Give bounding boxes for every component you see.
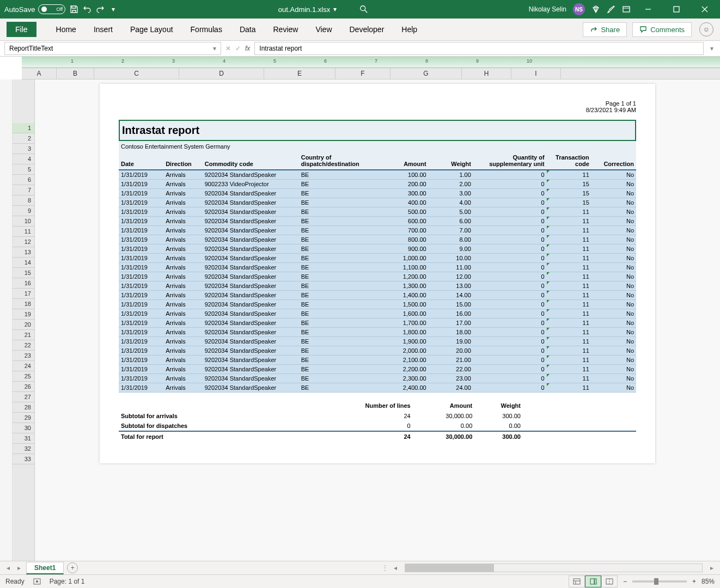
table-row[interactable]: 1/31/2019Arrivals9202034 StandardSpeaker… bbox=[119, 263, 636, 272]
tab-formulas[interactable]: Formulas bbox=[188, 23, 224, 36]
col-header-i[interactable]: I bbox=[511, 68, 561, 79]
sheet-nav-next-icon[interactable]: ▸ bbox=[15, 564, 23, 572]
row-header[interactable]: 17 bbox=[13, 289, 34, 299]
row-header[interactable]: 27 bbox=[13, 392, 34, 402]
autosave-switch[interactable]: Off bbox=[38, 4, 65, 14]
row-header[interactable]: 28 bbox=[13, 402, 34, 413]
row-header[interactable]: 2 bbox=[13, 133, 34, 144]
brush-icon[interactable] bbox=[607, 5, 615, 14]
undo-icon[interactable] bbox=[83, 5, 91, 14]
row-header[interactable]: 31 bbox=[13, 433, 34, 444]
table-row[interactable]: 1/31/2019Arrivals9202034 StandardSpeaker… bbox=[119, 207, 636, 217]
cancel-formula-icon[interactable]: ✕ bbox=[225, 45, 231, 52]
comments-button[interactable]: Comments bbox=[632, 22, 692, 37]
search-icon[interactable] bbox=[359, 5, 368, 14]
close-button[interactable] bbox=[694, 0, 716, 19]
row-header[interactable]: 18 bbox=[13, 299, 34, 309]
row-header[interactable]: 24 bbox=[13, 361, 34, 371]
col-header-d[interactable]: D bbox=[179, 68, 264, 79]
zoom-in-button[interactable]: + bbox=[692, 578, 696, 585]
row-header[interactable]: 10 bbox=[13, 216, 34, 226]
view-page-layout-button[interactable] bbox=[585, 575, 601, 587]
tab-data[interactable]: Data bbox=[237, 23, 258, 36]
diamond-icon[interactable] bbox=[591, 5, 600, 14]
name-box-dropdown-icon[interactable]: ▾ bbox=[213, 45, 216, 52]
table-row[interactable]: 1/31/2019Arrivals9202034 StandardSpeaker… bbox=[119, 170, 636, 180]
row-header[interactable]: 29 bbox=[13, 413, 34, 423]
view-page-break-button[interactable] bbox=[601, 575, 618, 587]
table-row[interactable]: 1/31/2019Arrivals9202034 StandardSpeaker… bbox=[119, 254, 636, 263]
table-row[interactable]: 1/31/2019Arrivals9202034 StandardSpeaker… bbox=[119, 198, 636, 207]
col-header-h[interactable]: H bbox=[462, 68, 511, 79]
sheet-area[interactable]: Page 1 of 1 8/23/2021 9:49 AM Intrastat … bbox=[35, 79, 720, 561]
row-header[interactable]: 5 bbox=[13, 164, 34, 175]
formula-expand-icon[interactable]: ▾ bbox=[708, 45, 716, 52]
zoom-slider[interactable] bbox=[632, 580, 687, 583]
table-row[interactable]: 1/31/2019Arrivals9202034 StandardSpeaker… bbox=[119, 189, 636, 198]
formula-input[interactable]: Intrastat report bbox=[254, 42, 704, 55]
user-avatar[interactable]: NS bbox=[573, 3, 585, 15]
view-normal-button[interactable] bbox=[569, 575, 585, 587]
table-row[interactable]: 1/31/2019Arrivals9202034 StandardSpeaker… bbox=[119, 365, 636, 374]
row-header[interactable]: 20 bbox=[13, 320, 34, 330]
row-header[interactable]: 22 bbox=[13, 340, 34, 351]
row-header[interactable]: 11 bbox=[13, 226, 34, 237]
table-row[interactable]: 1/31/2019Arrivals9202034 StandardSpeaker… bbox=[119, 318, 636, 328]
col-header-a[interactable]: A bbox=[22, 68, 57, 79]
redo-icon[interactable] bbox=[96, 5, 105, 14]
table-row[interactable]: 1/31/2019Arrivals9202034 StandardSpeaker… bbox=[119, 309, 636, 318]
macro-record-icon[interactable] bbox=[33, 578, 41, 585]
table-row[interactable]: 1/31/2019Arrivals9202034 StandardSpeaker… bbox=[119, 374, 636, 383]
table-row[interactable]: 1/31/2019Arrivals9202034 StandardSpeaker… bbox=[119, 356, 636, 365]
table-row[interactable]: 1/31/2019Arrivals9202034 StandardSpeaker… bbox=[119, 328, 636, 337]
row-header[interactable]: 14 bbox=[13, 258, 34, 268]
add-sheet-button[interactable]: + bbox=[67, 562, 78, 573]
row-header[interactable]: 32 bbox=[13, 444, 34, 454]
table-row[interactable]: 1/31/2019Arrivals9202034 StandardSpeaker… bbox=[119, 346, 636, 356]
table-row[interactable]: 1/31/2019Arrivals9202034 StandardSpeaker… bbox=[119, 383, 636, 393]
minimize-button[interactable] bbox=[637, 0, 659, 19]
tab-file[interactable]: File bbox=[7, 22, 36, 37]
fx-icon[interactable]: fx bbox=[245, 45, 250, 52]
tab-developer[interactable]: Developer bbox=[347, 23, 387, 36]
row-header[interactable]: 25 bbox=[13, 371, 34, 382]
table-row[interactable]: 1/31/2019Arrivals9202034 StandardSpeaker… bbox=[119, 291, 636, 300]
row-header[interactable]: 19 bbox=[13, 309, 34, 320]
col-header-b[interactable]: B bbox=[57, 68, 94, 79]
autosave-toggle[interactable]: AutoSave Off bbox=[4, 4, 65, 14]
table-row[interactable]: 1/31/2019Arrivals9202034 StandardSpeaker… bbox=[119, 272, 636, 281]
table-row[interactable]: 1/31/2019Arrivals9202034 StandardSpeaker… bbox=[119, 226, 636, 235]
table-row[interactable]: 1/31/2019Arrivals9202034 StandardSpeaker… bbox=[119, 244, 636, 254]
row-header[interactable]: 33 bbox=[13, 454, 34, 464]
name-box[interactable]: ReportTitleText ▾ bbox=[4, 42, 221, 55]
filename-dropdown-icon[interactable]: ▾ bbox=[333, 5, 337, 13]
row-header[interactable]: 30 bbox=[13, 423, 34, 433]
row-header[interactable]: 4 bbox=[13, 154, 34, 164]
row-header[interactable]: 1 bbox=[13, 123, 34, 133]
hscroll-right-icon[interactable]: ▸ bbox=[708, 564, 716, 572]
tab-split-handle[interactable]: ⋮ bbox=[382, 564, 388, 572]
zoom-out-button[interactable]: − bbox=[623, 578, 627, 585]
row-header[interactable]: 13 bbox=[13, 247, 34, 258]
row-header[interactable]: 8 bbox=[13, 195, 34, 206]
row-header[interactable]: 15 bbox=[13, 268, 34, 278]
sheet-tab-active[interactable]: Sheet1 bbox=[26, 562, 64, 574]
row-header[interactable]: 21 bbox=[13, 330, 34, 340]
save-icon[interactable] bbox=[70, 5, 78, 14]
sheet-nav-prev-icon[interactable]: ◂ bbox=[4, 564, 12, 572]
row-header[interactable]: 9 bbox=[13, 206, 34, 216]
table-row[interactable]: 1/31/2019Arrivals9202034 StandardSpeaker… bbox=[119, 337, 636, 346]
qat-dropdown-icon[interactable]: ▾ bbox=[109, 5, 118, 14]
tab-page-layout[interactable]: Page Layout bbox=[128, 23, 175, 36]
row-header[interactable]: 12 bbox=[13, 237, 34, 247]
table-row[interactable]: 1/31/2019Arrivals9002233 VideoProjectorB… bbox=[119, 180, 636, 189]
enter-formula-icon[interactable]: ✓ bbox=[235, 45, 241, 52]
share-button[interactable]: Share bbox=[583, 22, 627, 37]
hscroll-left-icon[interactable]: ◂ bbox=[392, 564, 399, 572]
tab-home[interactable]: Home bbox=[54, 23, 78, 36]
table-row[interactable]: 1/31/2019Arrivals9202034 StandardSpeaker… bbox=[119, 300, 636, 309]
row-header[interactable]: 7 bbox=[13, 185, 34, 195]
row-header[interactable]: 16 bbox=[13, 278, 34, 289]
tab-help[interactable]: Help bbox=[399, 23, 419, 36]
maximize-button[interactable] bbox=[666, 0, 687, 19]
